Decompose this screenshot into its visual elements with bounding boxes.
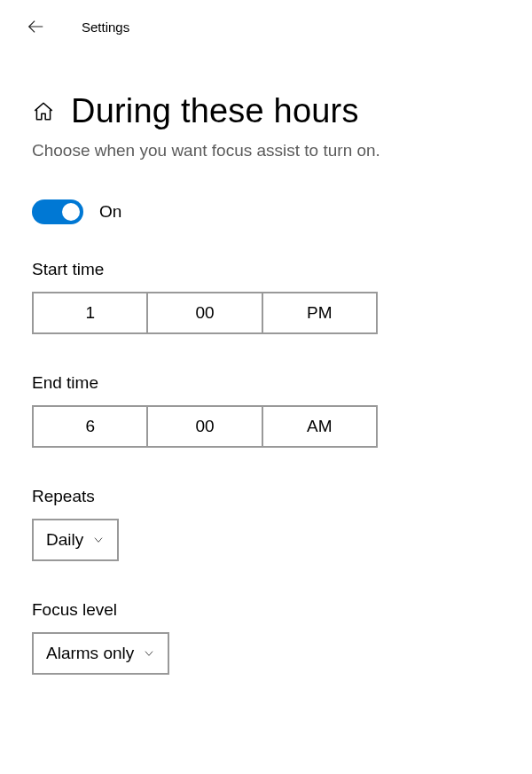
repeats-label: Repeats: [32, 487, 500, 506]
focus-level-value: Alarms only: [46, 644, 134, 663]
end-time-minute[interactable]: 00: [148, 407, 262, 446]
end-time-hour[interactable]: 6: [34, 407, 148, 446]
toggle-knob: [62, 203, 80, 221]
back-button[interactable]: [21, 12, 50, 41]
chevron-down-icon: [143, 647, 155, 660]
toggle-state-label: On: [99, 202, 121, 222]
start-time-label: Start time: [32, 260, 500, 279]
page-title: During these hours: [71, 92, 359, 130]
start-time-ampm[interactable]: PM: [263, 293, 376, 332]
end-time-ampm[interactable]: AM: [263, 407, 376, 446]
end-time-label: End time: [32, 373, 500, 393]
back-arrow-icon: [26, 17, 45, 36]
header-title: Settings: [82, 20, 129, 35]
repeats-dropdown[interactable]: Daily: [32, 519, 119, 561]
page-description: Choose when you want focus assist to tur…: [32, 141, 500, 160]
start-time-hour[interactable]: 1: [34, 293, 148, 332]
end-time-picker[interactable]: 6 00 AM: [32, 405, 378, 448]
settings-header: Settings: [0, 0, 532, 50]
repeats-value: Daily: [46, 530, 83, 550]
start-time-picker[interactable]: 1 00 PM: [32, 292, 378, 334]
start-time-minute[interactable]: 00: [148, 293, 262, 332]
focus-level-label: Focus level: [32, 600, 500, 620]
page-title-row: During these hours: [32, 92, 500, 130]
home-icon[interactable]: [32, 100, 55, 123]
chevron-down-icon: [92, 534, 105, 546]
toggle-row: On: [32, 199, 500, 224]
focus-assist-toggle[interactable]: [32, 199, 83, 224]
focus-level-dropdown[interactable]: Alarms only: [32, 632, 169, 675]
